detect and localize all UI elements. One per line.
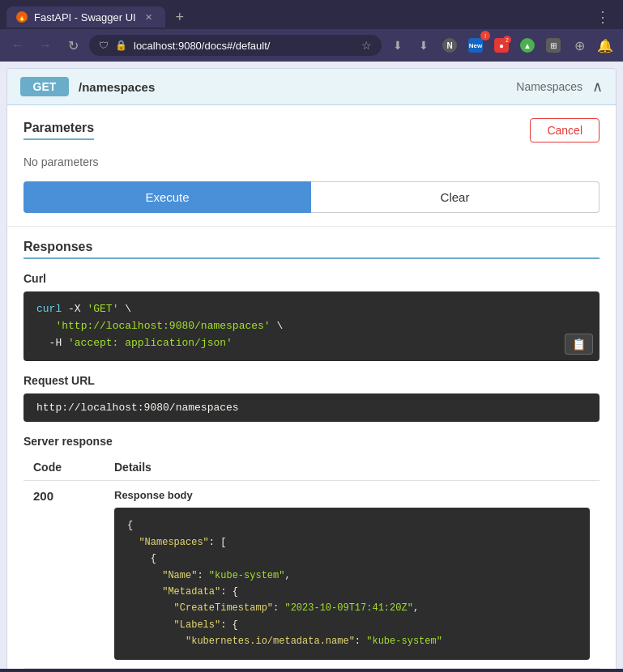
- tab-title: FastAPI - Swagger UI: [34, 11, 136, 23]
- json-name-value: "kube-system": [209, 570, 285, 581]
- download-icon-btn[interactable]: ⬇: [412, 34, 435, 57]
- copy-curl-button[interactable]: 📋: [565, 334, 593, 355]
- clear-button[interactable]: Clear: [311, 181, 600, 213]
- curl-code-block: curl -X 'GET' \ 'http://localhost:9080/n…: [23, 291, 600, 361]
- address-bar[interactable]: 🛡 🔒 localhost:9080/docs#/default/ ☆: [89, 35, 382, 56]
- endpoint-description: Namespaces: [516, 80, 582, 93]
- curl-keyword: curl: [36, 303, 62, 315]
- request-url-value: http://localhost:9080/namespaces: [23, 393, 600, 422]
- execute-button[interactable]: Execute: [23, 181, 311, 213]
- collapse-button[interactable]: ∧: [592, 78, 603, 96]
- json-indent6: [127, 619, 174, 631]
- json-indent4: [127, 586, 162, 598]
- notification-btn[interactable]: 🔔: [594, 34, 617, 57]
- pocket-icon-btn[interactable]: ⬇: [386, 34, 409, 57]
- cancel-button[interactable]: Cancel: [530, 118, 600, 142]
- details-header: Details: [105, 454, 600, 481]
- bookmark-icon[interactable]: ☆: [361, 39, 372, 52]
- curl-label: Curl: [23, 272, 600, 285]
- server-response-label: Server response: [23, 435, 600, 448]
- endpoint-header[interactable]: GET /namespaces Namespaces ∧: [7, 69, 616, 105]
- endpoint-path: /namespaces: [79, 80, 506, 94]
- json-response-block: { "Namespaces": [ { "Name": "kube-system…: [114, 508, 590, 659]
- response-code: 200: [23, 481, 105, 668]
- curl-method: 'GET': [87, 303, 118, 315]
- json-timestamp-key: "CreateTimestamp": [174, 602, 273, 614]
- server-response-subsection: Server response Code Details 200 Respons…: [23, 435, 600, 668]
- browser-menu-button[interactable]: ⋮: [589, 5, 617, 29]
- new-ext-btn[interactable]: New !: [464, 34, 487, 57]
- curl-header-flag: -H: [36, 337, 68, 349]
- new-tab-button[interactable]: +: [169, 6, 191, 28]
- parameters-title: Parameters: [23, 121, 94, 140]
- no-params-text: No parameters: [23, 155, 600, 168]
- shield-icon: 🛡: [99, 40, 109, 51]
- code-header: Code: [23, 454, 105, 481]
- red-ext-btn[interactable]: ● 2: [490, 34, 513, 57]
- tab-close-button[interactable]: ✕: [143, 11, 156, 23]
- curl-url: 'http://localhost:9080/namespaces': [55, 320, 270, 332]
- json-metadata-name-value: "kube-system": [366, 636, 442, 647]
- response-details: Response body { "Namespaces": [ { "Name"…: [105, 481, 600, 668]
- responses-title: Responses: [23, 240, 600, 259]
- n-ext-btn[interactable]: N: [438, 34, 461, 57]
- lock-icon: 🔒: [115, 40, 127, 51]
- parameters-header-row: Parameters Cancel: [23, 118, 600, 142]
- json-timestamp-value: "2023-10-09T17:41:20Z": [284, 602, 412, 614]
- extensions-btn[interactable]: ⊕: [568, 34, 591, 57]
- json-metadata-key: "Metadata": [162, 586, 220, 598]
- responses-section: Responses Curl curl -X 'GET' \ 'http://l…: [7, 227, 616, 669]
- curl-flag-x: -X: [68, 303, 87, 315]
- curl-subsection: Curl curl -X 'GET' \ 'http://localhost:9…: [23, 272, 600, 361]
- curl-backslash1: \: [125, 303, 131, 315]
- active-tab[interactable]: 🔥 FastAPI - Swagger UI ✕: [6, 6, 165, 28]
- green-ext-btn[interactable]: ▲: [516, 34, 539, 57]
- request-url-label: Request URL: [23, 374, 600, 387]
- json-open-brace: {: [127, 520, 133, 531]
- back-button[interactable]: ←: [6, 34, 29, 57]
- json-labels-key: "Labels": [174, 619, 221, 631]
- swagger-panel: GET /namespaces Namespaces ∧ Parameters …: [6, 68, 617, 669]
- curl-header-value: 'accept: application/json': [68, 337, 233, 349]
- json-indent2: [127, 553, 151, 564]
- json-namespaces-key: "Namespaces": [139, 537, 208, 548]
- method-badge: GET: [20, 77, 69, 96]
- forward-button[interactable]: →: [34, 34, 57, 57]
- page-content: GET /namespaces Namespaces ∧ Parameters …: [0, 62, 623, 669]
- address-text: localhost:9080/docs#/default/: [134, 40, 355, 52]
- puzzle-ext-btn[interactable]: ⊞: [542, 34, 565, 57]
- action-buttons: Execute Clear: [23, 181, 600, 213]
- json-name-key: "Name": [162, 570, 197, 581]
- response-body-label: Response body: [114, 489, 590, 501]
- parameters-section: Parameters Cancel No parameters Execute …: [7, 105, 616, 227]
- json-indent5: [127, 602, 174, 614]
- json-indent3: [127, 570, 162, 581]
- response-table: Code Details 200 Response body { "Name: [23, 454, 600, 668]
- json-metadata-name-key: "kubernetes.io/metadata.name": [186, 636, 355, 647]
- reload-button[interactable]: ↻: [62, 34, 84, 57]
- json-indent7: [127, 636, 186, 647]
- request-url-subsection: Request URL http://localhost:9080/namesp…: [23, 374, 600, 422]
- curl-backslash2: \: [276, 320, 283, 332]
- tab-favicon: 🔥: [16, 11, 28, 23]
- response-row-200: 200 Response body { "Namespaces": [ { "N…: [23, 481, 600, 668]
- json-indent1: [127, 537, 139, 548]
- curl-indent: [36, 320, 49, 332]
